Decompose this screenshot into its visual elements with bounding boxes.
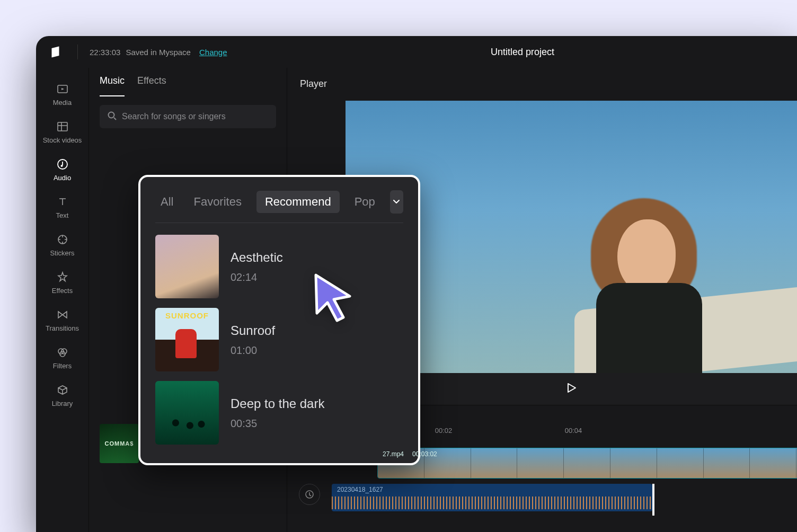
topbar: 22:33:03 Saved in Myspace Change Untitle… (36, 36, 797, 68)
popup-tab-pop[interactable]: Pop (349, 192, 380, 212)
app-logo-icon[interactable] (49, 43, 66, 60)
library-icon (56, 384, 69, 396)
song-title: Aesthetic (231, 250, 283, 265)
rail-label: Effects (52, 287, 73, 295)
clip-duration: 00:03:02 (412, 450, 437, 458)
rail-label: Library (52, 400, 73, 407)
transitions-icon (56, 308, 69, 321)
rail-item-audio[interactable]: Audio (36, 157, 88, 183)
stock-videos-icon (56, 120, 69, 133)
popup-tabs: All Favorites Recommend Pop (155, 189, 403, 215)
album-cover (155, 308, 219, 371)
rail-label: Transitions (46, 324, 79, 332)
rail-label: Stickers (50, 249, 74, 257)
rail-label: Text (56, 211, 69, 219)
album-cover (155, 381, 219, 445)
album-cover (155, 235, 219, 298)
ruler-tick: 00:04 (510, 427, 637, 442)
clip-filename: 27.mp4 (383, 450, 404, 458)
timeline-import-button[interactable] (299, 484, 320, 505)
rail-item-transitions[interactable]: Transitions (36, 307, 88, 333)
music-categories-popup: All Favorites Recommend Pop Aesthetic 02… (138, 175, 420, 465)
app-window: 22:33:03 Saved in Myspace Change Untitle… (36, 36, 797, 532)
song-title: Sunroof (231, 323, 275, 338)
rail-label: Filters (53, 362, 72, 370)
audio-clip-name: 20230418_1627 (337, 486, 383, 493)
tab-music[interactable]: Music (100, 75, 125, 96)
save-time: 22:33:03 (90, 48, 120, 57)
playhead[interactable] (652, 484, 654, 516)
stickers-icon (56, 233, 69, 246)
rail-label: Stock videos (43, 136, 82, 144)
video-clip[interactable] (377, 448, 797, 478)
popup-expand-button[interactable] (390, 190, 403, 214)
rail-item-media[interactable]: Media (36, 82, 88, 108)
rail-item-library[interactable]: Library (36, 383, 88, 409)
search-icon (107, 111, 117, 122)
play-button[interactable] (566, 383, 577, 395)
video-clip-label: 27.mp4 00:03:02 (383, 448, 437, 458)
svg-rect-1 (58, 122, 67, 131)
rail-label: Audio (54, 174, 71, 182)
cursor-pointer-icon (312, 272, 354, 322)
text-icon (56, 196, 69, 208)
song-duration: 02:14 (231, 271, 283, 283)
rail-item-effects[interactable]: Effects (36, 270, 88, 296)
player-label: Player (287, 68, 797, 100)
popup-tab-all[interactable]: All (155, 192, 179, 212)
rail-item-text[interactable]: Text (36, 194, 88, 220)
rail-item-filters[interactable]: Filters (36, 345, 88, 371)
song-row-deep[interactable]: Deep to the dark 00:35 (155, 381, 403, 445)
song-title: Deep to the dark (231, 396, 324, 411)
audio-panel-tabs: Music Effects (100, 75, 276, 96)
tab-effects[interactable]: Effects (137, 75, 166, 96)
chevron-down-icon (392, 197, 401, 207)
popup-song-list: Aesthetic 02:14 Sunroof 01:00 Deep to th… (155, 235, 403, 445)
rail-item-stickers[interactable]: Stickers (36, 232, 88, 258)
song-row-sunroof[interactable]: Sunroof 01:00 (155, 308, 403, 371)
search-box[interactable] (100, 105, 276, 128)
album-cover: COMMA$ (100, 424, 139, 463)
media-icon (56, 83, 69, 95)
left-rail: Media Stock videos Audio Text Stickers E… (36, 68, 89, 532)
effects-icon (56, 271, 69, 283)
save-status: 22:33:03 Saved in Myspace Change (90, 48, 227, 57)
popup-tab-recommend[interactable]: Recommend (256, 191, 340, 213)
rail-item-stock-videos[interactable]: Stock videos (36, 119, 88, 145)
rail-label: Media (53, 99, 72, 107)
audio-icon (56, 158, 69, 171)
song-duration: 00:35 (231, 418, 324, 430)
save-message: Saved in Myspace (126, 48, 191, 57)
change-link[interactable]: Change (199, 48, 227, 57)
audio-clip[interactable]: 20230418_1627 (332, 484, 652, 511)
timeline-ruler[interactable]: 00:02 00:04 (377, 427, 797, 442)
song-duration: 01:00 (231, 344, 275, 357)
svg-point-8 (109, 112, 114, 118)
project-title[interactable]: Untitled project (364, 36, 681, 68)
search-input[interactable] (122, 112, 269, 121)
filters-icon (56, 346, 69, 359)
preview-person-shape (548, 177, 729, 373)
song-row-aesthetic[interactable]: Aesthetic 02:14 (155, 235, 403, 298)
divider (77, 45, 78, 59)
svg-point-3 (60, 165, 63, 167)
audio-waveform (332, 496, 652, 509)
divider (155, 223, 403, 223)
popup-tab-favorites[interactable]: Favorites (188, 192, 246, 212)
